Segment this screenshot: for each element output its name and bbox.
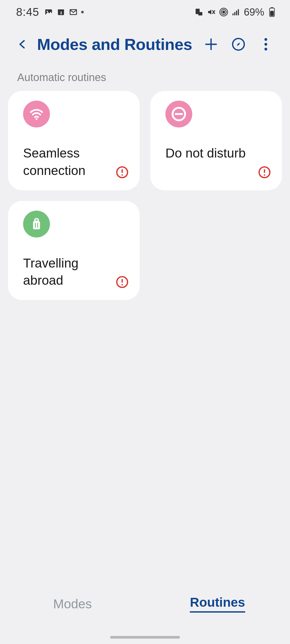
photos-icon <box>44 8 53 17</box>
back-button[interactable] <box>13 35 32 54</box>
card-icon <box>194 8 204 17</box>
discover-button[interactable] <box>230 36 247 53</box>
status-left: 8:45 3 <box>16 6 84 19</box>
battery-percent: 69% <box>244 6 264 18</box>
gmail-icon <box>69 8 78 17</box>
page-title: Modes and Routines <box>37 35 197 54</box>
alert-icon <box>115 275 129 289</box>
routine-title: Travelling abroad <box>23 255 130 290</box>
svg-point-35 <box>264 174 265 175</box>
signal-icon <box>231 8 241 17</box>
svg-point-24 <box>264 38 267 41</box>
wifi-icon <box>23 101 50 127</box>
svg-text:3: 3 <box>60 11 62 15</box>
svg-point-42 <box>121 284 123 286</box>
app-header: Modes and Routines <box>0 24 290 64</box>
svg-rect-16 <box>238 9 239 15</box>
svg-rect-7 <box>198 12 202 16</box>
routine-card-travelling-abroad[interactable]: Travelling abroad <box>8 201 140 300</box>
svg-point-1 <box>46 11 48 12</box>
svg-point-27 <box>36 118 38 120</box>
hotspot-icon <box>219 8 228 17</box>
tab-routines-label: Routines <box>190 595 245 613</box>
dnd-icon <box>165 101 192 127</box>
svg-marker-23 <box>237 43 240 46</box>
routine-title: Do not disturb <box>165 145 272 162</box>
section-automatic-routines: Automatic routines <box>0 64 290 91</box>
svg-rect-36 <box>33 221 40 229</box>
add-button[interactable] <box>202 36 220 53</box>
svg-point-30 <box>121 174 123 175</box>
svg-rect-37 <box>35 219 38 221</box>
more-notifications-dot <box>81 11 84 13</box>
routine-card-do-not-disturb[interactable]: Do not disturb <box>150 91 282 190</box>
nav-handle[interactable] <box>110 636 180 639</box>
routine-card-seamless-connection[interactable]: Seamless connection <box>8 91 140 190</box>
tab-routines[interactable]: Routines <box>145 588 290 620</box>
svg-point-10 <box>223 11 225 13</box>
svg-rect-15 <box>236 11 237 15</box>
svg-rect-13 <box>233 13 234 15</box>
mute-vibrate-icon <box>207 8 216 17</box>
more-options-button[interactable] <box>257 36 274 53</box>
alert-icon <box>258 166 271 179</box>
svg-point-26 <box>264 48 267 50</box>
calendar-3-icon: 3 <box>56 8 66 17</box>
tab-modes[interactable]: Modes <box>0 588 145 620</box>
svg-point-25 <box>264 43 267 46</box>
alert-icon <box>115 166 129 179</box>
status-bar: 8:45 3 69% <box>0 0 290 24</box>
bottom-tab-bar: Modes Routines <box>0 588 290 620</box>
tab-modes-label: Modes <box>53 597 92 611</box>
routine-title: Seamless connection <box>23 145 130 180</box>
luggage-icon <box>23 211 50 237</box>
battery-icon <box>267 8 277 17</box>
status-right: 69% <box>194 6 277 18</box>
svg-rect-14 <box>234 12 235 15</box>
svg-rect-19 <box>270 11 274 16</box>
status-time: 8:45 <box>16 6 39 19</box>
routines-grid: Seamless connection Do not disturb Trave… <box>0 91 290 300</box>
